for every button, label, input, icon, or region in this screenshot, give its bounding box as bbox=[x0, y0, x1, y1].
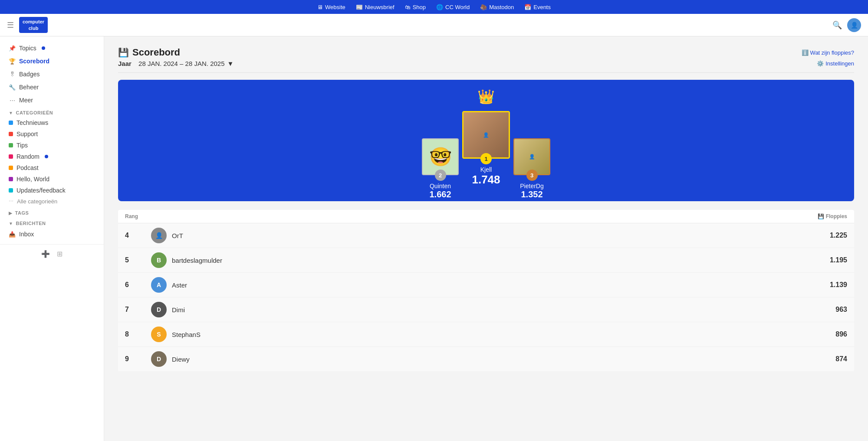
badges-icon: 🎖 bbox=[9, 71, 16, 78]
hamburger-icon[interactable]: ☰ bbox=[7, 20, 14, 30]
beheer-icon: 🔧 bbox=[9, 84, 16, 91]
year-bar: Jaar 28 JAN. 2024 – 28 JAN. 2025 ▼ ⚙️ In… bbox=[118, 60, 854, 73]
podium-first: 👤 1 Kjell 1.748 bbox=[462, 111, 510, 186]
sidebar-item-inbox[interactable]: 📥 Inbox bbox=[0, 228, 104, 241]
topbar-mastodon[interactable]: 🦣 Mastodon bbox=[480, 4, 514, 10]
second-rank-badge: 2 bbox=[435, 170, 446, 181]
cat-dot-tips bbox=[9, 143, 13, 147]
main-content: 💾 Scorebord ℹ️ Wat zijn floppies? Jaar 2… bbox=[104, 36, 868, 441]
first-rank-badge: 1 bbox=[480, 153, 492, 164]
nieuwsbrief-icon: 📰 bbox=[356, 4, 363, 10]
sidebar-item-beheer[interactable]: 🔧 Beheer bbox=[0, 81, 104, 94]
tags-header: ▶ Tags bbox=[0, 207, 104, 217]
leaderboard: Rang 💾 Floppies 4 👤 OrT 1.225 5 B bartde… bbox=[118, 210, 854, 371]
topbar-website[interactable]: 🖥 Website bbox=[317, 4, 345, 10]
cat-dot-podcast bbox=[9, 166, 13, 170]
page-title-bar: 💾 Scorebord ℹ️ Wat zijn floppies? bbox=[118, 47, 854, 58]
cat-hello-world[interactable]: Hello, World bbox=[0, 173, 104, 185]
podium-container: 🤓 2 Quinten 1.662 👤 bbox=[378, 115, 595, 191]
instellingen-link[interactable]: ⚙️ Instellingen bbox=[817, 60, 854, 67]
events-icon: 📅 bbox=[524, 4, 531, 10]
sidebar-item-meer[interactable]: ⋯ Meer bbox=[0, 94, 104, 107]
cat-dot-random bbox=[9, 154, 13, 159]
berichten-chevron: ▼ bbox=[9, 221, 13, 226]
cat-support[interactable]: Support bbox=[0, 128, 104, 140]
lb-row-9[interactable]: 9 D Diewy 874 bbox=[118, 347, 854, 371]
podium-second: 🤓 2 Quinten 1.662 bbox=[422, 138, 459, 199]
inbox-icon: 📥 bbox=[9, 231, 16, 238]
avatar-diewy: D bbox=[151, 351, 167, 367]
avatar-stephans: S bbox=[151, 327, 167, 342]
col-floppies: 💾 Floppies bbox=[804, 213, 847, 219]
alle-categorieen[interactable]: ⋯ Alle categorieën bbox=[0, 196, 104, 207]
crown-icon: 👑 bbox=[477, 88, 495, 105]
cat-dot-technieuws bbox=[9, 121, 13, 125]
podium-third: 👤 3 PieterDg 1.352 bbox=[513, 138, 550, 199]
sidebar-footer: ➕ ⊞ bbox=[0, 244, 104, 263]
title-floppy-icon: 💾 bbox=[118, 47, 129, 58]
second-name: Quinten bbox=[430, 183, 451, 189]
first-name: Kjell bbox=[480, 166, 492, 173]
dropdown-arrow-icon: ▼ bbox=[227, 60, 234, 67]
ccworld-icon: 🌐 bbox=[436, 4, 443, 10]
avatar-dimi: D bbox=[151, 302, 167, 317]
user-avatar[interactable]: 👤 bbox=[847, 18, 861, 32]
avatar-bart: B bbox=[151, 252, 167, 268]
gear-icon: ⚙️ bbox=[817, 60, 824, 67]
categories-header: ▼ Categorieën bbox=[0, 107, 104, 117]
scorebord-icon: 🏆 bbox=[9, 58, 16, 65]
third-rank-badge: 3 bbox=[526, 170, 538, 181]
col-rang: Rang bbox=[125, 213, 151, 219]
search-icon[interactable]: 🔍 bbox=[832, 20, 842, 30]
lb-row-8[interactable]: 8 S StephanS 896 bbox=[118, 322, 854, 347]
third-name: PieterDg bbox=[520, 183, 543, 189]
page-title: 💾 Scorebord bbox=[118, 47, 180, 58]
cat-podcast[interactable]: Podcast bbox=[0, 162, 104, 173]
lb-row-5[interactable]: 5 B bartdeslagmulder 1.195 bbox=[118, 248, 854, 273]
footer-grid-icon[interactable]: ⊞ bbox=[57, 250, 62, 258]
cat-dot-hello bbox=[9, 177, 13, 181]
cat-technieuws[interactable]: Technieuws bbox=[0, 117, 104, 128]
berichten-header: ▼ Berichten bbox=[0, 217, 104, 228]
avatar-aster: A bbox=[151, 277, 167, 293]
footer-add-icon[interactable]: ➕ bbox=[41, 250, 50, 258]
alle-cat-icon: ⋯ bbox=[9, 199, 13, 204]
shop-icon: 🛍 bbox=[405, 4, 411, 10]
lb-row-6[interactable]: 6 A Aster 1.139 bbox=[118, 273, 854, 297]
lb-row-4[interactable]: 4 👤 OrT 1.225 bbox=[118, 223, 854, 248]
secondbar: ☰ computer club 🔍 👤 bbox=[0, 14, 868, 36]
logo: computer club bbox=[19, 17, 48, 33]
cat-tips[interactable]: Tips bbox=[0, 140, 104, 151]
cat-dot-support bbox=[9, 132, 13, 136]
avatar-ort: 👤 bbox=[151, 228, 167, 243]
info-icon: ℹ️ bbox=[802, 49, 809, 56]
second-score: 1.662 bbox=[429, 189, 451, 199]
cat-random[interactable]: Random bbox=[0, 151, 104, 162]
topbar-shop[interactable]: 🛍 Shop bbox=[405, 4, 426, 10]
mastodon-icon: 🦣 bbox=[480, 4, 487, 10]
third-score: 1.352 bbox=[521, 189, 542, 199]
lb-row-7[interactable]: 7 D Dimi 963 bbox=[118, 297, 854, 322]
random-dot bbox=[45, 155, 48, 158]
categories-chevron: ▼ bbox=[9, 111, 13, 115]
sidebar-item-scorebord[interactable]: 🏆 Scorebord bbox=[0, 55, 104, 68]
meer-icon: ⋯ bbox=[9, 97, 16, 104]
tags-chevron: ▶ bbox=[9, 211, 13, 216]
wat-zijn-floppies-link[interactable]: ℹ️ Wat zijn floppies? bbox=[802, 49, 854, 56]
year-dropdown[interactable]: Jaar 28 JAN. 2024 – 28 JAN. 2025 ▼ bbox=[118, 60, 233, 67]
topbar-nieuwsbrief[interactable]: 📰 Nieuwsbrief bbox=[356, 4, 395, 10]
first-avatar[interactable]: 👤 bbox=[462, 111, 510, 159]
cat-dot-updates bbox=[9, 188, 13, 193]
website-icon: 🖥 bbox=[317, 4, 323, 10]
topbar: 🖥 Website 📰 Nieuwsbrief 🛍 Shop 🌐 CC Worl… bbox=[0, 0, 868, 14]
sidebar-item-badges[interactable]: 🎖 Badges bbox=[0, 68, 104, 81]
sidebar-item-topics[interactable]: 📌 Topics bbox=[0, 42, 104, 55]
lb-header: Rang 💾 Floppies bbox=[118, 210, 854, 223]
topbar-events[interactable]: 📅 Events bbox=[524, 4, 551, 10]
sidebar: 📌 Topics 🏆 Scorebord 🎖 Badges 🔧 Beheer ⋯… bbox=[0, 36, 104, 441]
floppy-col-icon: 💾 bbox=[818, 213, 824, 219]
cat-updates[interactable]: Updates/feedback bbox=[0, 185, 104, 196]
topics-icon: 📌 bbox=[9, 45, 16, 52]
topics-dot bbox=[42, 46, 45, 50]
topbar-ccworld[interactable]: 🌐 CC World bbox=[436, 4, 470, 10]
